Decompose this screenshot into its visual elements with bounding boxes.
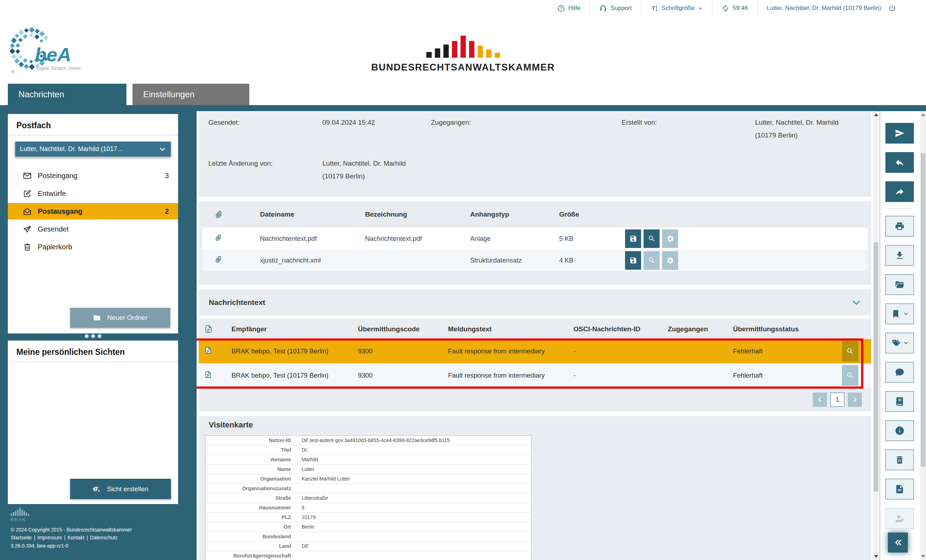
- printer-icon: [895, 221, 905, 231]
- delete-button[interactable]: [885, 450, 914, 470]
- page-scrollbar[interactable]: [920, 111, 926, 560]
- sidebar-item-posteingang[interactable]: Posteingang 3: [8, 167, 178, 184]
- sent-value: 09.04.2024 15:42: [322, 116, 375, 129]
- send-button[interactable]: [885, 123, 914, 144]
- scroll-up-arrow[interactable]: [921, 113, 925, 116]
- create-view-button[interactable]: Sicht erstellen: [70, 479, 171, 499]
- tags-button[interactable]: [885, 333, 914, 353]
- next-page-button[interactable]: [848, 393, 862, 407]
- paperclip-icon: [215, 255, 223, 263]
- panel-resize-handle[interactable]: [0, 334, 186, 338]
- recipient-row[interactable]: BRAK bebpo, Test (10179 Berlin) 9300 Fau…: [199, 339, 871, 363]
- attachment-options-button[interactable]: [662, 229, 678, 248]
- sidebar-item-gesendet[interactable]: Gesendet: [8, 221, 178, 237]
- footer-link[interactable]: Impressum: [38, 535, 62, 540]
- sidebar-item-papierkorb[interactable]: Papierkorb: [8, 239, 178, 255]
- download-button[interactable]: [885, 245, 914, 266]
- created-by-label: Erstellt von:: [622, 116, 657, 129]
- message-text: Fault response from intermediary: [448, 372, 573, 379]
- remove-user-button[interactable]: [885, 508, 914, 529]
- scrollbar-thumb[interactable]: [874, 242, 878, 492]
- attachment-options-button[interactable]: [662, 251, 678, 270]
- print-button[interactable]: [885, 216, 914, 236]
- document-icon: [204, 371, 212, 379]
- tags-icon: [891, 338, 901, 348]
- open-folder-button[interactable]: [885, 274, 914, 295]
- mailbox-dropdown[interactable]: Lutter, Nachtitel, Dr. Marhild (1017…: [15, 141, 171, 157]
- footer-link[interactable]: Kontakt: [68, 535, 85, 540]
- recipient-details-button[interactable]: [842, 341, 858, 362]
- footer-link[interactable]: Datenschutz: [90, 535, 118, 540]
- preview-attachment-button[interactable]: [643, 229, 660, 248]
- views-title: Meine persönlichen Sichten: [8, 341, 178, 362]
- topbar-item-label: Support: [610, 5, 632, 12]
- sidebar-item-postausgang[interactable]: Postausgang 2: [8, 203, 178, 219]
- footer-link[interactable]: Startseite: [11, 535, 32, 540]
- bea-application-window: ?HilfeSupportTSchriftgröße59:46Lutter, N…: [0, 0, 926, 560]
- transmission-code: 9300: [358, 372, 448, 379]
- field-label: Nutzer-ID: [206, 437, 291, 443]
- topbar-item-support[interactable]: Support: [590, 0, 641, 17]
- field-label: Straße: [206, 495, 291, 501]
- comment-button[interactable]: [885, 362, 914, 383]
- scroll-down-arrow[interactable]: [874, 555, 878, 558]
- transmission-status: Fehlerhaft: [733, 372, 840, 379]
- recipients-panel: Empfänger Übermittlungscode Meldungstext…: [199, 319, 871, 412]
- created-by-value: Lutter, Nachtitel, Dr. Marhild (10179 Be…: [755, 116, 839, 142]
- topbar-item-help[interactable]: ?Hilfe: [548, 0, 590, 17]
- tab-nachrichten[interactable]: Nachrichten: [8, 84, 126, 105]
- transmission-code: 9300: [358, 347, 448, 355]
- topbar-item-user-session[interactable]: Lutter, Nachtitel, Dr. Marhild (10179 Be…: [757, 0, 905, 17]
- divider: [8, 135, 178, 135]
- recipient-details-button[interactable]: [842, 365, 858, 386]
- preview-attachment-button[interactable]: [643, 251, 660, 270]
- content-scrollbar[interactable]: [873, 111, 879, 560]
- save-attachment-button[interactable]: [625, 229, 641, 248]
- new-folder-button[interactable]: Neuer Ordner: [70, 308, 170, 328]
- save-attachment-button[interactable]: [625, 251, 641, 270]
- topbar-item-font-size[interactable]: TSchriftgröße: [641, 0, 712, 17]
- attachment-filename: Nachrichtentext.pdf: [260, 235, 365, 242]
- mailbox-dropdown-value: Lutter, Nachtitel, Dr. Marhild (1017…: [20, 145, 124, 153]
- field-value: 9: [302, 505, 304, 510]
- bookmark-button[interactable]: [885, 304, 914, 324]
- osci-id: -: [573, 372, 668, 379]
- field-label: Titel: [206, 447, 291, 453]
- info-button[interactable]: [885, 420, 914, 441]
- field-value: Kanzlei Marhild Lutter: [302, 476, 350, 481]
- topbar-item-session-timer[interactable]: 59:46: [712, 0, 757, 17]
- sidebar-item-entwuerfe[interactable]: Entwürfe: [8, 185, 178, 201]
- journal-button[interactable]: [885, 391, 914, 412]
- column-header: Bezeichnung: [365, 210, 470, 218]
- attachment-row[interactable]: Nachrichtentext.pdf Nachrichtentext.pdf …: [202, 228, 868, 249]
- visitenkarte-row: Titel Dr.: [206, 445, 531, 455]
- page-number[interactable]: 1: [830, 393, 844, 407]
- field-label: Vorname: [206, 457, 291, 462]
- scroll-up-arrow[interactable]: [874, 113, 878, 116]
- recipients-header-row: Empfänger Übermittlungscode Meldungstext…: [199, 319, 871, 339]
- previous-page-button[interactable]: [813, 393, 827, 407]
- forward-button[interactable]: [885, 181, 914, 202]
- document-button[interactable]: [885, 479, 914, 499]
- search-icon: [648, 256, 656, 264]
- field-label: Land: [206, 543, 291, 549]
- collapse-toolbar-button[interactable]: [888, 533, 908, 552]
- help-icon: ?: [557, 5, 565, 12]
- recipient-row[interactable]: BRAK bebpo, Test (10179 Berlin) 9300 Fau…: [199, 363, 871, 387]
- forward-icon: [895, 187, 905, 197]
- reply-button[interactable]: [885, 152, 914, 173]
- power-icon[interactable]: [888, 4, 896, 12]
- field-label: Ort: [206, 524, 291, 530]
- recipient-name: BRAK bebpo, Test (10179 Berlin): [232, 372, 358, 379]
- visitenkarte-row: Straße Littenstraße: [206, 493, 531, 503]
- scrollbar-thumb[interactable]: [921, 153, 926, 467]
- message-details-panel: Gesendet: 09.04.2024 15:42 Zugegangen: E…: [199, 112, 871, 197]
- last-change-label: Letzte Änderung von:: [208, 157, 273, 170]
- link-separator: |: [64, 535, 65, 540]
- book-icon: [895, 397, 905, 406]
- attachment-row[interactable]: xjustiz_nachricht.xml Strukturdatensatz …: [202, 249, 868, 271]
- main-content: Gesendet: 09.04.2024 15:42 Zugegangen: E…: [197, 111, 873, 560]
- tab-einstellungen[interactable]: Einstellungen: [133, 84, 249, 105]
- scroll-down-arrow[interactable]: [921, 555, 925, 558]
- chevron-down-icon[interactable]: [852, 298, 861, 307]
